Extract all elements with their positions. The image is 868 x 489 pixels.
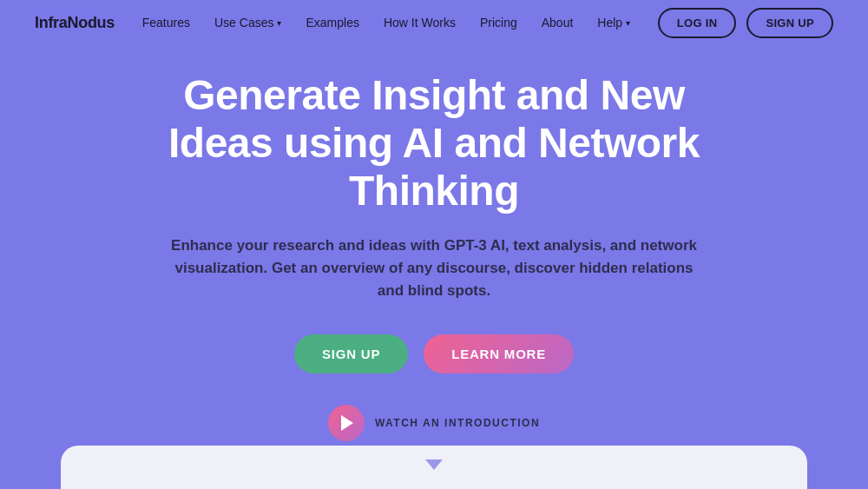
watch-intro[interactable]: WATCH AN INTRODUCTION bbox=[328, 405, 540, 441]
nav-links: Features Use Cases ▾ Examples How It Wor… bbox=[142, 16, 630, 30]
learn-more-button[interactable]: LEARN MORE bbox=[424, 334, 574, 373]
watch-intro-label: WATCH AN INTRODUCTION bbox=[375, 417, 540, 429]
bottom-card bbox=[61, 446, 807, 489]
nav-item-pricing[interactable]: Pricing bbox=[480, 16, 517, 30]
hero-section: Generate Insight and New Ideas using AI … bbox=[0, 45, 868, 467]
nav-link-how-it-works[interactable]: How It Works bbox=[384, 16, 456, 30]
hero-buttons: SIGN UP LEARN MORE bbox=[294, 334, 574, 373]
play-button[interactable] bbox=[328, 405, 365, 441]
nav-actions: LOG IN SIGN UP bbox=[658, 8, 833, 38]
nav-item-how-it-works[interactable]: How It Works bbox=[384, 16, 456, 30]
nav-item-help[interactable]: Help ▾ bbox=[597, 16, 630, 30]
chevron-down-icon: ▾ bbox=[626, 18, 630, 28]
down-arrow-icon bbox=[425, 459, 443, 470]
nav-link-features[interactable]: Features bbox=[142, 16, 190, 30]
nav-item-about[interactable]: About bbox=[542, 16, 574, 30]
nav-link-pricing[interactable]: Pricing bbox=[480, 16, 517, 30]
navbar: InfraNodus Features Use Cases ▾ Examples… bbox=[0, 0, 868, 45]
hero-title: Generate Insight and New Ideas using AI … bbox=[130, 71, 738, 215]
signup-nav-button[interactable]: SIGN UP bbox=[746, 8, 833, 38]
hero-subtitle: Enhance your research and ideas with GPT… bbox=[165, 235, 703, 303]
signup-hero-button[interactable]: SIGN UP bbox=[294, 334, 408, 373]
nav-link-about[interactable]: About bbox=[542, 16, 574, 30]
brand-logo[interactable]: InfraNodus bbox=[35, 14, 115, 32]
login-button[interactable]: LOG IN bbox=[658, 8, 737, 38]
nav-item-examples[interactable]: Examples bbox=[306, 16, 358, 30]
nav-item-use-cases[interactable]: Use Cases ▾ bbox=[214, 16, 281, 30]
nav-link-use-cases[interactable]: Use Cases ▾ bbox=[214, 16, 281, 30]
nav-link-examples[interactable]: Examples bbox=[306, 16, 358, 30]
chevron-down-icon: ▾ bbox=[277, 18, 281, 28]
nav-link-help[interactable]: Help ▾ bbox=[597, 16, 630, 30]
nav-item-features[interactable]: Features bbox=[142, 16, 190, 30]
